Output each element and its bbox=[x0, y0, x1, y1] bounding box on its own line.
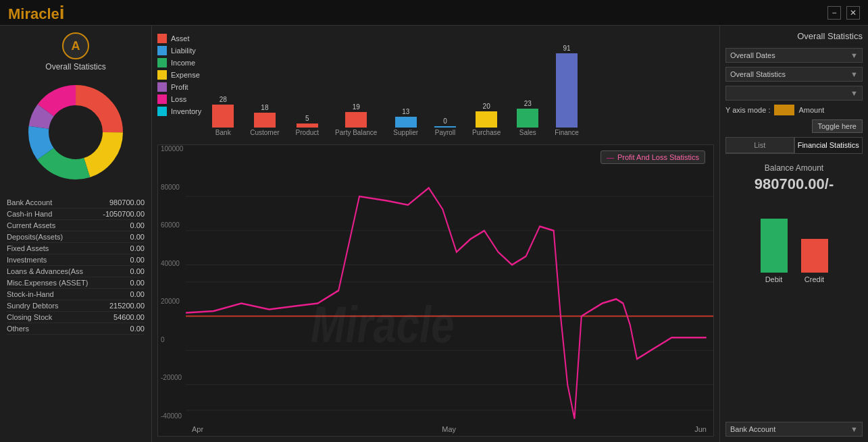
overall-stats-dropdown-label: Overall Statistics bbox=[730, 70, 786, 78]
y-axis-label: -20000 bbox=[161, 374, 183, 381]
bar-value: 23 bbox=[524, 100, 532, 107]
legend-item-label: Liability bbox=[171, 47, 196, 55]
month-label: May bbox=[442, 425, 456, 433]
bar-label: Purchase bbox=[472, 129, 501, 136]
bar-value: 5 bbox=[305, 115, 309, 122]
logo-miracle: Miracle bbox=[8, 5, 59, 22]
stat-value: 215200.00 bbox=[109, 302, 145, 310]
minimize-button[interactable]: − bbox=[827, 6, 841, 20]
overall-stats-dropdown[interactable]: Overall Statistics ▼ bbox=[725, 67, 863, 82]
center-panel: AssetLiabilityIncomeExpenseProfitLossInv… bbox=[152, 26, 719, 442]
close-button[interactable]: ✕ bbox=[846, 6, 860, 20]
stat-label: Deposits(Assets) bbox=[7, 233, 63, 241]
stat-value: 0.00 bbox=[130, 325, 145, 333]
stat-label: Current Assets bbox=[7, 221, 55, 229]
bar-value: 13 bbox=[402, 108, 409, 115]
balance-label: Balance Amount bbox=[725, 163, 863, 173]
stat-row: Closing Stock54600.00 bbox=[7, 312, 145, 323]
legend-item-label: Asset bbox=[171, 34, 190, 43]
legend-item: Expense bbox=[157, 70, 201, 80]
toggle-button[interactable]: Toggle here bbox=[812, 119, 863, 133]
line-chart: 100000800006000040000200000-20000-40000 … bbox=[157, 144, 714, 437]
debit-bar-group: Debit bbox=[761, 219, 788, 283]
bar-label: Payroll bbox=[435, 129, 456, 136]
credit-bar-group: Credit bbox=[801, 239, 828, 283]
main-layout: A Overall Statistics Bank Account980700.… bbox=[0, 26, 868, 442]
app-logo: Miraclei bbox=[8, 2, 65, 24]
debit-bar bbox=[761, 219, 788, 273]
overall-dates-label: Overall Dates bbox=[730, 51, 775, 59]
bar-label: Party Balance bbox=[335, 129, 377, 136]
logo-dot: i bbox=[59, 2, 65, 23]
bar-rect bbox=[434, 126, 456, 128]
bar-group: 91 Finance bbox=[555, 45, 579, 136]
legend-item-label: Profit bbox=[171, 83, 188, 91]
stat-row: Sundry Debtors215200.00 bbox=[7, 300, 145, 312]
bar-group: 19 Party Balance bbox=[335, 103, 377, 136]
top-area: AssetLiabilityIncomeExpenseProfitLossInv… bbox=[157, 31, 714, 139]
overall-stats-label: Overall Statistics bbox=[45, 62, 105, 72]
legend-color-box bbox=[157, 94, 167, 104]
bar-value: 0 bbox=[443, 117, 447, 125]
overall-dates-dropdown[interactable]: Overall Dates ▼ bbox=[725, 48, 863, 63]
credit-bar bbox=[801, 239, 828, 273]
stat-value: 0.00 bbox=[130, 256, 145, 264]
stat-row: Stock-in-Hand0.00 bbox=[7, 289, 145, 300]
stat-value: -1050700.00 bbox=[103, 210, 145, 218]
left-panel: A Overall Statistics Bank Account980700.… bbox=[0, 26, 152, 442]
stat-label: Sundry Debtors bbox=[7, 302, 58, 310]
legend-color-box bbox=[157, 34, 167, 43]
bar-rect bbox=[345, 112, 367, 128]
stat-label: Others bbox=[7, 325, 29, 333]
debit-label: Debit bbox=[765, 275, 783, 283]
amount-label: Amount bbox=[798, 106, 824, 114]
tab-list[interactable]: List bbox=[725, 137, 794, 153]
legend-item: Loss bbox=[157, 94, 201, 104]
bar-rect bbox=[395, 117, 417, 128]
stat-value: 0.00 bbox=[130, 267, 145, 275]
bank-account-label: Bank Account bbox=[730, 425, 775, 433]
stat-value: 54600.00 bbox=[113, 313, 145, 321]
bar-group: 0 Payroll bbox=[434, 117, 456, 136]
donut-svg bbox=[22, 78, 130, 186]
balance-amount-section: Balance Amount 980700.00/- bbox=[725, 158, 863, 198]
stat-row: Investments0.00 bbox=[7, 254, 145, 266]
bar-group: 20 Purchase bbox=[472, 103, 501, 136]
bar-value: 91 bbox=[563, 45, 571, 52]
bar-label: Customer bbox=[250, 129, 279, 136]
bar-label: Bank bbox=[215, 129, 231, 136]
bar-label: Finance bbox=[555, 129, 579, 136]
bar-label: Supplier bbox=[393, 129, 418, 136]
legend-item: Profit bbox=[157, 82, 201, 92]
third-dropdown[interactable]: ▼ bbox=[725, 86, 863, 101]
y-axis-color-indicator bbox=[774, 105, 794, 115]
bar-rect bbox=[212, 105, 234, 128]
bar-chart: 28 Bank 18 Customer 5 Product 19 Party B… bbox=[212, 31, 714, 139]
stat-row: Bank Account980700.00 bbox=[7, 197, 145, 209]
bar-rect bbox=[476, 111, 497, 128]
stat-label: Misc.Expenses (ASSET) bbox=[7, 279, 88, 287]
stat-value: 0.00 bbox=[130, 221, 145, 229]
bar-label: Sales bbox=[519, 129, 536, 136]
dropdown2-arrow: ▼ bbox=[850, 70, 858, 78]
stat-row: Misc.Expenses (ASSET)0.00 bbox=[7, 277, 145, 289]
stat-label: Investments bbox=[7, 256, 47, 264]
donut-chart bbox=[22, 78, 130, 186]
stat-label: Loans & Advances(Ass bbox=[7, 267, 83, 275]
bar-group: 28 Bank bbox=[212, 96, 234, 136]
stat-value: 0.00 bbox=[130, 279, 145, 287]
bank-account-dropdown[interactable]: Bank Account ▼ bbox=[725, 422, 863, 437]
stat-row: Cash-in Hand-1050700.00 bbox=[7, 209, 145, 220]
bar-value: 28 bbox=[220, 96, 227, 103]
y-axis-label: 40000 bbox=[161, 260, 183, 267]
titlebar: Miraclei − ✕ bbox=[0, 0, 868, 26]
stat-label: Cash-in Hand bbox=[7, 210, 52, 218]
legend-color-box bbox=[157, 58, 167, 67]
legend-item-label: Expense bbox=[171, 71, 200, 79]
bar-value: 18 bbox=[261, 104, 268, 111]
dropdown3-arrow: ▼ bbox=[850, 89, 858, 97]
stat-value: 980700.00 bbox=[109, 198, 145, 206]
y-axis-label: 80000 bbox=[161, 184, 183, 191]
tab-financial-stats[interactable]: Financial Statistics bbox=[794, 137, 863, 153]
stat-row: Current Assets0.00 bbox=[7, 220, 145, 231]
